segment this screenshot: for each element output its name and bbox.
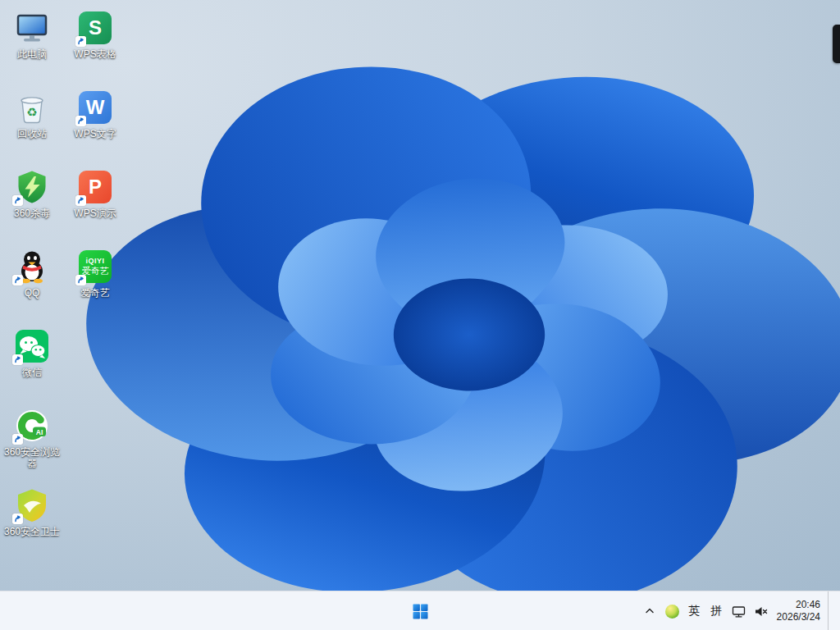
chevron-up-icon: [645, 606, 655, 616]
iqiyi-brand-text: iQIYI: [85, 257, 104, 266]
system-tray: 英 拼 20:46 2026/3/24: [639, 591, 840, 630]
desktop-icon-label: 360安全卫士: [4, 526, 60, 537]
desktop-icon-label: WPS演示: [74, 208, 116, 219]
shortcut-arrow-icon: [75, 36, 86, 47]
desktop-icon-qq[interactable]: QQ: [1, 243, 63, 322]
volume-muted-icon[interactable]: [750, 596, 772, 627]
wechat-bubbles-icon: [14, 328, 50, 364]
clock-date: 2026/3/24: [777, 611, 820, 623]
shortcut-arrow-icon: [75, 275, 86, 285]
wps-spreadsheet-letter: S: [89, 16, 102, 39]
ime-language-indicator[interactable]: 英: [683, 596, 705, 627]
shortcut-arrow-icon: [12, 514, 23, 524]
svg-text:♻: ♻: [26, 105, 37, 119]
shortcut-arrow-icon: [75, 116, 86, 126]
desktop-icon-label: 回收站: [17, 128, 47, 139]
desktop-icon-360-antivirus[interactable]: 360杀毒: [1, 163, 63, 243]
tray-chevron-up-button[interactable]: [639, 596, 661, 627]
desktop-icon-wps-spreadsheet[interactable]: S WPS表格: [64, 4, 126, 84]
wps-spreadsheet-icon: S: [77, 10, 113, 46]
360-tray-ball-icon: [665, 605, 679, 619]
this-pc-icon: [14, 10, 50, 46]
show-desktop-button[interactable]: [828, 591, 835, 630]
desktop-surface[interactable]: 此电脑 ♻ 回收站 360杀毒: [0, 0, 840, 630]
desktop-icon-wps-writer[interactable]: W WPS文字: [64, 84, 126, 163]
taskbar: 英 拼 20:46 2026/3/24: [0, 591, 840, 630]
desktop-icon-iqiyi[interactable]: iQIYI 爱奇艺 爱奇艺: [64, 243, 126, 322]
shortcut-arrow-icon: [12, 354, 23, 365]
wps-presentation-icon: P: [77, 169, 113, 205]
desktop-icon-360-browser[interactable]: AI 360安全浏览器: [1, 402, 63, 482]
desktop-icon-label: 微信: [22, 367, 42, 378]
desktop-icon-label: 360杀毒: [14, 208, 50, 219]
wps-presentation-letter: P: [89, 176, 102, 199]
360-browser-icon: AI: [14, 408, 50, 444]
shortcut-arrow-icon: [12, 434, 23, 445]
start-button[interactable]: [402, 593, 438, 629]
desktop-icon-label: 爱奇艺: [80, 287, 110, 299]
wps-writer-letter: W: [86, 96, 105, 119]
shortcut-arrow-icon: [75, 195, 86, 206]
network-icon[interactable]: [728, 596, 750, 627]
desktop-icon-column-2: S WPS表格 W WPS文字 P WPS演示 iQIYI 爱奇艺: [64, 4, 126, 322]
desktop-icon-label: WPS文字: [74, 128, 116, 139]
desktop-icon-label: 此电脑: [17, 48, 47, 60]
recycle-bin-icon: ♻: [14, 89, 50, 126]
360-guard-shield-icon: [14, 487, 50, 523]
desktop-icon-360-guard[interactable]: 360安全卫士: [1, 482, 63, 561]
shortcut-arrow-icon: [12, 275, 23, 285]
shortcut-arrow-icon: [12, 195, 23, 206]
clock-time: 20:46: [777, 599, 820, 611]
desktop-icon-this-pc[interactable]: 此电脑: [1, 4, 63, 84]
taskbar-clock[interactable]: 20:46 2026/3/24: [772, 596, 825, 627]
edge-peek-handle[interactable]: [833, 25, 840, 63]
iqiyi-icon: iQIYI 爱奇艺: [77, 249, 113, 285]
desktop-icon-label: 360安全浏览器: [1, 446, 63, 469]
desktop-icon-column-1: 此电脑 ♻ 回收站 360杀毒: [1, 4, 63, 561]
360-antivirus-shield-icon: [14, 169, 50, 205]
qq-penguin-icon: [14, 249, 50, 285]
wps-writer-icon: W: [77, 89, 113, 126]
desktop-icon-label: QQ: [25, 287, 40, 299]
desktop-icon-wps-presentation[interactable]: P WPS演示: [64, 163, 126, 243]
ime-mode-indicator[interactable]: 拼: [705, 596, 728, 627]
desktop-icon-label: WPS表格: [74, 48, 116, 60]
svg-text:AI: AI: [36, 428, 43, 436]
windows-logo-icon: [413, 604, 428, 619]
desktop-icon-wechat[interactable]: 微信: [1, 322, 63, 402]
desktop-icon-recycle-bin[interactable]: ♻ 回收站: [1, 84, 63, 163]
tray-360-safety-icon[interactable]: [661, 596, 683, 627]
